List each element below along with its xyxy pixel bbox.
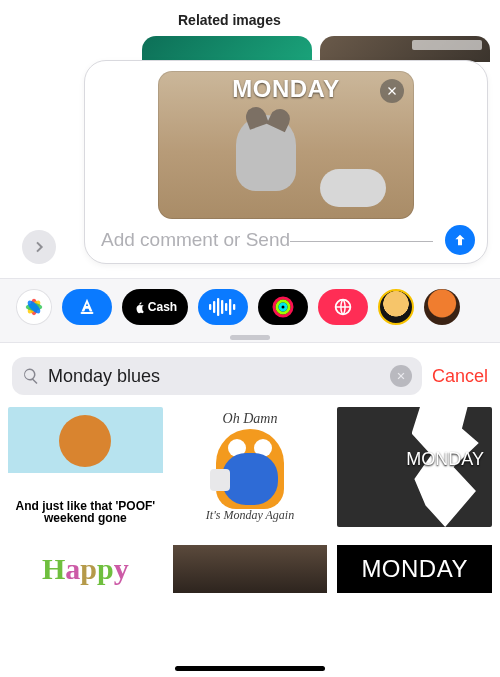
search-input[interactable] — [48, 366, 382, 387]
svg-rect-12 — [225, 303, 227, 311]
result-tile[interactable]: Happy — [8, 545, 163, 593]
app-store-icon[interactable] — [62, 289, 112, 325]
appstore-a-icon — [76, 296, 98, 318]
tile-caption-top: Oh Damn — [173, 411, 328, 427]
related-image-tile[interactable] — [142, 36, 312, 62]
results-grid-row-2: Happy MONDAY — [0, 545, 500, 593]
clear-search-button[interactable] — [390, 365, 412, 387]
close-icon — [386, 85, 398, 97]
photos-app-icon[interactable] — [16, 289, 52, 325]
compose-card: MONDAY — [84, 60, 488, 264]
svg-rect-11 — [221, 300, 223, 314]
search-field[interactable] — [12, 357, 422, 395]
cancel-button[interactable]: Cancel — [432, 366, 488, 387]
chevron-right-icon — [31, 239, 47, 255]
magnifying-glass-icon — [22, 367, 40, 385]
apple-cash-label: Cash — [148, 300, 177, 314]
result-tile[interactable]: MONDAY — [337, 545, 492, 593]
svg-rect-7 — [81, 312, 94, 314]
tile-image-placeholder — [173, 545, 328, 593]
result-tile[interactable] — [173, 545, 328, 593]
tile-text: MONDAY — [361, 555, 468, 583]
tile-caption: And just like that 'POOF' weekend gone — [8, 496, 163, 527]
activity-rings-icon — [271, 295, 295, 319]
tile-image-placeholder — [59, 415, 111, 467]
memoji-icon[interactable] — [424, 289, 460, 325]
svg-point-17 — [280, 304, 286, 310]
expand-apps-button[interactable] — [22, 230, 56, 264]
send-button[interactable] — [445, 225, 475, 255]
clear-icon — [396, 371, 406, 381]
placeholder-strikethrough — [290, 241, 433, 243]
results-grid: And just like that 'POOF' weekend gone O… — [0, 407, 500, 545]
tile-caption-bottom: It's Monday Again — [173, 508, 328, 523]
svg-rect-13 — [229, 299, 231, 315]
related-images-heading: Related images — [178, 12, 500, 28]
related-images-strip[interactable] — [142, 36, 500, 62]
remove-attachment-button[interactable] — [380, 79, 404, 103]
tile-label: MONDAY — [406, 449, 484, 470]
related-image-tile[interactable] — [320, 36, 490, 62]
arrow-up-icon — [452, 232, 468, 248]
svg-rect-8 — [209, 304, 211, 310]
preview-image-placeholder — [236, 115, 296, 191]
fitness-rings-icon[interactable] — [258, 289, 308, 325]
app-drawer: Cash — [0, 278, 500, 343]
home-indicator[interactable] — [175, 666, 325, 672]
result-tile[interactable]: Oh Damn It's Monday Again — [173, 407, 328, 527]
attachment-preview[interactable]: MONDAY — [158, 71, 414, 219]
apple-logo-icon — [133, 300, 145, 314]
preview-caption: MONDAY — [232, 75, 339, 103]
apple-cash-icon[interactable]: Cash — [122, 289, 188, 325]
preview-image-placeholder — [320, 169, 386, 207]
globe-icon — [332, 296, 354, 318]
svg-rect-9 — [213, 301, 215, 313]
tile-text: Happy — [42, 552, 129, 586]
waveform-icon — [208, 298, 238, 316]
result-tile[interactable]: And just like that 'POOF' weekend gone — [8, 407, 163, 527]
photos-icon — [23, 296, 45, 318]
drawer-grabber[interactable] — [230, 335, 270, 340]
tile-image-placeholder — [216, 429, 284, 509]
svg-rect-14 — [233, 304, 235, 310]
memoji-icon[interactable] — [378, 289, 414, 325]
svg-rect-10 — [217, 298, 219, 316]
result-tile[interactable]: MONDAY — [337, 407, 492, 527]
audio-wave-icon[interactable] — [198, 289, 248, 325]
web-search-icon[interactable] — [318, 289, 368, 325]
